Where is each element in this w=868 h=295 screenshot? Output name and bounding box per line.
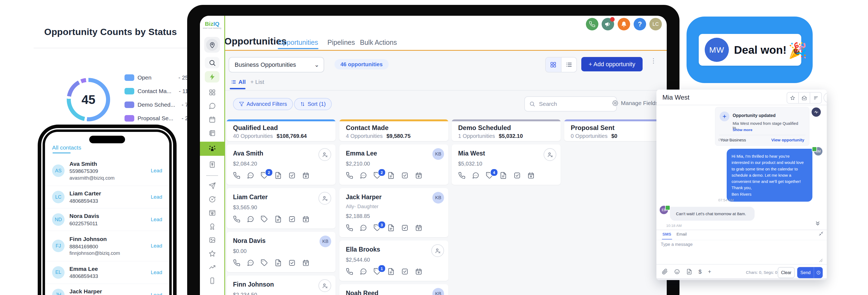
resize-handle[interactable] (819, 258, 823, 263)
column-header[interactable]: Contact Made 4 Opportunities$9,580.75 (339, 119, 448, 141)
call-icon[interactable] (346, 268, 353, 275)
tag-icon[interactable] (261, 259, 268, 266)
sidebar-item-reviews[interactable] (200, 248, 224, 259)
call-icon[interactable] (233, 259, 240, 266)
assignee-avatar[interactable] (318, 279, 331, 292)
manage-fields-button[interactable]: Manage Fields (612, 100, 658, 107)
column-header[interactable]: Qualified Lead 40 Opportunities$108,769.… (226, 119, 336, 141)
assignee-avatar[interactable]: KB (432, 148, 444, 160)
call-icon[interactable] (346, 224, 353, 232)
sort-button[interactable]: Sort (1) (294, 98, 332, 110)
notes-icon[interactable] (388, 224, 395, 232)
schedule-icon[interactable] (302, 215, 310, 223)
opportunity-card[interactable]: Noah Reed $2,637.30 3 KB (339, 284, 448, 295)
message-icon[interactable] (247, 215, 254, 223)
assignee-avatar[interactable] (544, 148, 556, 161)
sidebar-item-quick-actions[interactable] (200, 71, 224, 83)
contact-row[interactable]: JH Jack Harper8884169800 Lead (45, 284, 169, 295)
column-header[interactable]: Demo Scheduled 1 Opportunities$5,032.10 (452, 119, 561, 141)
mark-unread-button[interactable] (798, 92, 810, 103)
notes-icon[interactable] (275, 172, 282, 179)
advanced-filters-button[interactable]: Advanced Filters (233, 98, 293, 110)
sidebar-item-conversations[interactable] (200, 100, 224, 111)
emoji-icon[interactable] (674, 269, 680, 275)
assignee-avatar[interactable]: KB (432, 192, 444, 204)
payment-icon[interactable]: $ (699, 269, 702, 275)
grid-view-button[interactable] (546, 58, 561, 72)
filter-tab-add-list[interactable]: + List (250, 79, 264, 85)
contact-row[interactable]: FJ Finn Johnson8884169800finnjohnson@biz… (45, 231, 169, 261)
opportunity-card[interactable]: Finn Johnson $2,234.50 3 (226, 275, 336, 295)
sidebar-item-invoices[interactable] (200, 159, 224, 170)
sidebar-item-opportunities[interactable] (200, 142, 224, 156)
tab-pipelines[interactable]: Pipelines (328, 38, 355, 47)
task-icon[interactable] (401, 224, 408, 232)
more-options-button[interactable]: ⋮ (650, 59, 656, 62)
view-opportunity-link[interactable]: View opportunity (771, 138, 804, 142)
opportunity-card[interactable]: Ella Brooks $2,544.60 1 (339, 240, 448, 281)
add-opportunity-button[interactable]: + Add opportunity (581, 57, 643, 71)
sidebar-item-dashboard[interactable] (200, 87, 224, 98)
collapse-composer-button[interactable] (818, 231, 824, 237)
assignee-avatar[interactable] (318, 148, 331, 161)
task-icon[interactable] (514, 172, 521, 179)
notes-icon[interactable] (275, 215, 282, 223)
contact-row[interactable]: AS Ava Smith5598675309avasmith@biziq.com… (45, 156, 169, 186)
pipeline-select[interactable]: Business Opportunities ⌄ (229, 57, 324, 72)
schedule-icon[interactable] (415, 224, 422, 232)
assignee-avatar[interactable] (431, 244, 444, 257)
sidebar-item-websites[interactable] (200, 207, 224, 218)
task-icon[interactable] (288, 215, 296, 223)
notes-icon[interactable] (388, 172, 395, 179)
announcements-button[interactable] (601, 18, 614, 30)
message-icon[interactable] (247, 172, 254, 179)
contact-row[interactable]: LC Liam Carter4806859433 Lead (45, 186, 169, 208)
notes-icon[interactable] (500, 172, 507, 179)
message-input[interactable] (660, 241, 818, 262)
search-field[interactable] (524, 96, 617, 112)
add-more-icon[interactable]: + (708, 269, 711, 275)
schedule-icon[interactable] (302, 259, 310, 266)
sidebar-item-contacts-book[interactable] (200, 127, 224, 139)
tag-icon[interactable] (261, 215, 268, 223)
notes-icon[interactable] (388, 268, 395, 275)
list-view-button[interactable] (561, 58, 577, 72)
sidebar-item-certificates[interactable] (200, 221, 224, 232)
composer-tab-sms[interactable]: SMS (662, 232, 671, 236)
notes-icon[interactable] (275, 259, 282, 266)
task-icon[interactable] (401, 268, 408, 275)
opportunity-card[interactable]: Emma Lee $2,210.00 2 KB (339, 144, 448, 185)
opportunity-card[interactable]: Ava Smith $2,084.20 2 (226, 144, 336, 185)
schedule-send-button[interactable] (814, 267, 823, 278)
sidebar-item-automations[interactable] (200, 194, 224, 205)
opportunity-card[interactable]: Liam Carter $3,565.90 (226, 188, 336, 229)
sidebar-item-contacts[interactable] (200, 37, 224, 53)
schedule-icon[interactable] (302, 172, 310, 179)
assignee-avatar[interactable] (318, 192, 331, 205)
message-icon[interactable] (360, 172, 367, 179)
message-icon[interactable] (360, 224, 367, 232)
help-button[interactable]: ? (633, 18, 646, 30)
sidebar-item-media[interactable] (200, 234, 224, 245)
opportunity-card[interactable]: Nora Davis $0.00 KB (226, 232, 336, 272)
schedule-icon[interactable] (415, 172, 422, 179)
contact-row[interactable]: ND Nora Davis6022575011 Lead (45, 208, 169, 231)
sidebar-item-reporting[interactable] (200, 262, 224, 272)
schedule-icon[interactable] (527, 172, 535, 179)
paperclip-icon[interactable] (662, 269, 668, 275)
sidebar-item-campaigns[interactable] (200, 180, 224, 191)
task-icon[interactable] (288, 259, 296, 266)
template-icon[interactable] (686, 269, 692, 275)
call-icon[interactable] (233, 172, 240, 179)
opportunity-card[interactable]: Mia West $5,032.10 4 (452, 144, 561, 185)
schedule-icon[interactable] (415, 268, 422, 275)
message-icon[interactable] (360, 268, 367, 275)
sidebar-item-mobile[interactable] (200, 275, 224, 286)
sidebar-item-calendar[interactable] (200, 114, 224, 125)
show-more-link[interactable]: Show more (733, 128, 752, 132)
notifications-button[interactable] (618, 18, 630, 30)
tab-bulk-actions[interactable]: Bulk Actions (360, 38, 397, 47)
send-button[interactable]: Send (797, 267, 823, 278)
opportunity-card[interactable]: Jack Harper Ally- Daughter $2,188.85 3 K… (339, 188, 448, 237)
scroll-to-bottom-button[interactable] (814, 220, 821, 228)
